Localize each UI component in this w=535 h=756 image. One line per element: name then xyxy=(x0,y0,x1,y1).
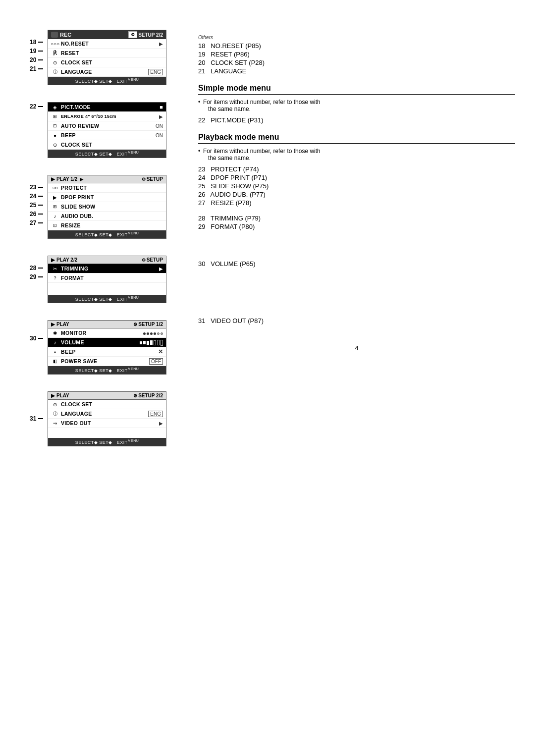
menu-item-volume: ♪ VOLUME xyxy=(48,338,166,347)
menu-item-beep-simple: ● BEEP ON xyxy=(48,131,166,140)
reset-icon: ℟ xyxy=(51,50,59,56)
dpof-icon: ▶ xyxy=(51,194,59,201)
setup-items-list: 18 NO.RESET (P85) 19 RESET (P86) 20 CLOC… xyxy=(198,42,515,75)
item-24: 24 DPOF PRINT (P71) xyxy=(198,174,515,181)
menu-item-trimming: ✂ TRIMMING ▶ xyxy=(48,264,166,273)
audiodub-icon: ♪ xyxy=(51,213,59,219)
menu-item-reset: ℟ RESET xyxy=(48,49,166,58)
menu-footer-play12: SELECT◆ SET◆ EXITMENU xyxy=(48,230,166,238)
item-30: 30 VOLUME (P65) xyxy=(198,260,515,268)
menu-item-format: ? FORMAT xyxy=(48,273,166,283)
volume-icon: ♪ xyxy=(51,339,59,346)
marker-18: 18 xyxy=(30,38,44,47)
menu-item-clock-set-simple: ⊙ CLOCK SET xyxy=(48,140,166,150)
playback-list-3: 30 VOLUME (P65) xyxy=(198,260,515,268)
item-27: 27 RESIZE (P78) xyxy=(198,199,515,207)
simple-mode-screen: ◈ PICT.MODE ■ ⊞ ENLARGE 4" 6"/10 15cm ▶ … xyxy=(48,102,178,158)
menu-header-play-s12: ▶ PLAY ⚙ SETUP 1/2 xyxy=(48,321,166,328)
play-2-2-screen: ▶ PLAY 2/2 ⚙ SETUP ✂ TRIMMING ▶ ? FORMAT xyxy=(48,256,178,303)
marker-21: 21 xyxy=(30,64,44,73)
auto-review-icon: ⊡ xyxy=(51,122,59,129)
menu-item-language: ⓘ LANGUAGE ENG xyxy=(48,67,166,77)
resize-icon: ⊡ xyxy=(51,222,59,229)
item-28: 28 TRIMMING (P79) xyxy=(198,215,515,222)
menu-item-language-play: ⓘ LANGUAGE ENG xyxy=(48,409,166,419)
menu-item-monitor: ✱ MONITOR xyxy=(48,328,166,338)
videoout-icon: ⇒ xyxy=(51,420,59,427)
playback-list: 23 PROTECT (P74) 24 DPOF PRINT (P71) 25 … xyxy=(198,165,515,207)
enlarge-icon: ⊞ xyxy=(51,113,59,120)
beep-icon-simple: ● xyxy=(51,132,59,139)
menu-item-protect: ○n PROTECT xyxy=(48,183,166,193)
menu-footer-play22: SELECT◆ SET◆ EXITMENU xyxy=(48,295,166,303)
menu-item-enlarge: ⊞ ENLARGE 4" 6"/10 15cm ▶ xyxy=(48,112,166,121)
menu-header-play22: ▶ PLAY 2/2 ⚙ SETUP xyxy=(48,256,166,264)
menu-item-beep-play: ▪ BEEP ✕ xyxy=(48,347,166,357)
item-25: 25 SLIDE SHOW (P75) xyxy=(198,182,515,190)
marker-30: 30 xyxy=(30,335,44,342)
trimming-icon: ✂ xyxy=(51,265,59,272)
clock-icon-simple: ⊙ xyxy=(51,141,59,148)
menu-item-videoout: ⇒ VIDEO OUT ▶ xyxy=(48,419,166,428)
monitor-icon: ✱ xyxy=(51,329,59,336)
clock-icon-play: ⊙ xyxy=(51,401,59,408)
item-26: 26 AUDIO DUB. (P77) xyxy=(198,191,515,198)
page-number: 4 xyxy=(198,344,515,352)
marker-20: 20 xyxy=(30,55,44,64)
marker-31: 31 xyxy=(30,415,44,422)
simple-mode-bullet: For items without number, refer to those… xyxy=(198,99,515,112)
others-label: Others xyxy=(198,35,515,40)
menu-item-resize: ⊡ RESIZE xyxy=(48,221,166,230)
menu-item-audiodub: ♪ AUDIO DUB. xyxy=(48,212,166,221)
simple-mode-list: 22 PICT.MODE (P31) xyxy=(198,116,515,124)
header-rec-icon: REC xyxy=(51,32,71,38)
protect-icon: ○n xyxy=(51,184,59,191)
marker-28: 28 xyxy=(30,264,44,272)
marker-24: 24 xyxy=(30,192,44,201)
no-reset-icon: ○○○ xyxy=(51,40,59,47)
language-icon-play: ⓘ xyxy=(51,410,59,417)
setup-screen-1: REC ⚙ SETUP 2/2 ○○○ NO.RESET ▶ ℟ RESET xyxy=(48,30,178,85)
item-31: 31 VIDEO OUT (P87) xyxy=(198,317,515,324)
playback-list-2: 28 TRIMMING (P79) 29 FORMAT (P80) xyxy=(198,215,515,230)
play-1-2-screen: ▶ PLAY 1/2 ▶ ⚙ SETUP ○n PROTECT ▶ DPOF P… xyxy=(48,175,178,239)
item-29: 29 FORMAT (P80) xyxy=(198,223,515,230)
menu-item-pictmode: ◈ PICT.MODE ■ xyxy=(48,103,166,112)
menu-item-slideshow: ⊞ SLIDE SHOW xyxy=(48,202,166,212)
play-setup-2-2-screen: ▶ PLAY ⚙ SETUP 2/2 ⊙ CLOCK SET ⓘ LANGUAG… xyxy=(48,391,178,446)
right-column: Others 18 NO.RESET (P85) 19 RESET (P86) … xyxy=(188,30,515,454)
menu-item-dpof: ▶ DPOF PRINT xyxy=(48,193,166,202)
item-23: 23 PROTECT (P74) xyxy=(198,165,515,173)
menu-header-play-s22: ▶ PLAY ⚙ SETUP 2/2 xyxy=(48,392,166,400)
marker-26: 26 xyxy=(30,210,44,218)
marker-27: 27 xyxy=(30,218,44,227)
beep-icon-play: ▪ xyxy=(51,348,59,355)
menu-header-play12: ▶ PLAY 1/2 ▶ ⚙ SETUP xyxy=(48,175,166,183)
item-18: 18 NO.RESET (P85) xyxy=(198,42,515,50)
menu-footer-simple: SELECT◆ SET◆ EXITMENU xyxy=(48,150,166,158)
menu-item-auto-review: ⊡ AUTO REVIEW ON xyxy=(48,121,166,131)
menu-footer-play-s22: SELECT◆ SET◆ EXITMENU xyxy=(48,438,166,446)
marker-29: 29 xyxy=(30,272,44,281)
item-19: 19 RESET (P86) xyxy=(198,51,515,58)
menu-item-powersave: ◧ POWER SAVE OFF xyxy=(48,357,166,366)
menu-item-clock-set-play: ⊙ CLOCK SET xyxy=(48,400,166,409)
powersave-icon: ◧ xyxy=(51,358,59,365)
menu-item-no-reset: ○○○ NO.RESET ▶ xyxy=(48,39,166,49)
item-21: 21 LANGUAGE xyxy=(198,67,515,75)
slideshow-icon: ⊞ xyxy=(51,203,59,210)
marker-25: 25 xyxy=(30,201,44,210)
language-icon: ⓘ xyxy=(51,68,59,75)
play-setup-1-2-screen: ▶ PLAY ⚙ SETUP 1/2 ✱ MONITOR xyxy=(48,320,178,375)
menu-item-clock-set: ⊙ CLOCK SET xyxy=(48,58,166,67)
simple-mode-title: Simple mode menu xyxy=(198,84,515,95)
marker-19: 19 xyxy=(30,47,44,55)
marker-22: 22 xyxy=(30,103,44,110)
left-column: REC ⚙ SETUP 2/2 ○○○ NO.RESET ▶ ℟ RESET xyxy=(20,30,178,454)
menu-header-setup22: REC ⚙ SETUP 2/2 xyxy=(48,30,166,39)
format-icon: ? xyxy=(51,274,59,281)
menu-footer-1: SELECT◆ SET◆ EXITMENU xyxy=(48,77,166,85)
clock-icon: ⊙ xyxy=(51,59,59,66)
pictmode-icon: ◈ xyxy=(51,104,59,110)
marker-23: 23 xyxy=(30,183,44,192)
